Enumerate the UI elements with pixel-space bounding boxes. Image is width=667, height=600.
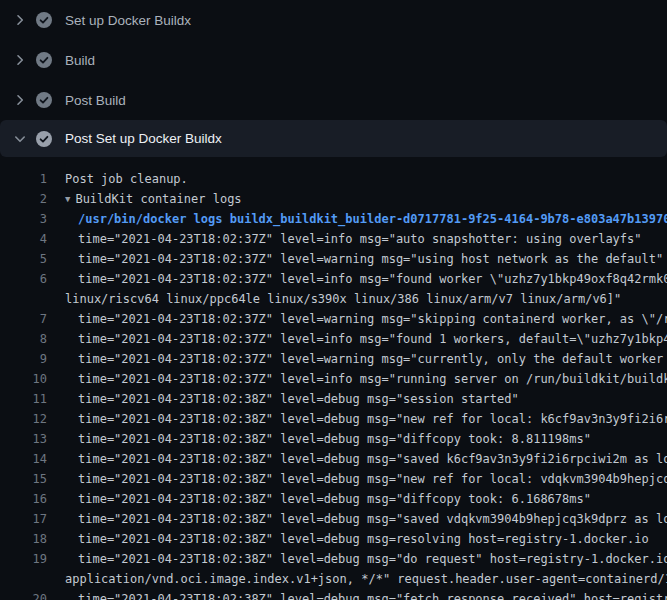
line-number[interactable]: 20 (0, 589, 47, 600)
log-text: ▼BuildKit container logs (65, 189, 242, 209)
line-number[interactable]: 13 (0, 429, 47, 449)
line-number[interactable]: 17 (0, 509, 47, 529)
line-number[interactable]: 10 (0, 369, 47, 389)
log-line: linux/riscv64 linux/ppc64le linux/s390x … (0, 289, 667, 309)
log-text: time="2021-04-23T18:02:37Z" level=info m… (78, 329, 667, 349)
log-line: 5 time="2021-04-23T18:02:37Z" level=warn… (0, 249, 667, 269)
log-text: time="2021-04-23T18:02:38Z" level=debug … (78, 529, 649, 549)
log-text: time="2021-04-23T18:02:38Z" level=debug … (78, 589, 667, 600)
line-number[interactable]: 14 (0, 449, 47, 469)
log-line: 10 time="2021-04-23T18:02:37Z" level=inf… (0, 369, 667, 389)
step-label: Post Build (65, 93, 126, 108)
step-label: Set up Docker Buildx (65, 13, 191, 28)
line-number[interactable]: 18 (0, 529, 47, 549)
line-number[interactable]: 11 (0, 389, 47, 409)
log-text: time="2021-04-23T18:02:37Z" level=info m… (78, 229, 642, 249)
log-line: 11 time="2021-04-23T18:02:38Z" level=deb… (0, 389, 667, 409)
check-circle-icon (36, 92, 52, 108)
group-title: BuildKit container logs (75, 192, 241, 206)
line-number[interactable]: 16 (0, 489, 47, 509)
line-number[interactable]: 19 (0, 549, 47, 569)
log-text: time="2021-04-23T18:02:37Z" level=warnin… (78, 249, 663, 269)
steps-list: Set up Docker Buildx Build (0, 0, 667, 157)
log-line: 7 time="2021-04-23T18:02:37Z" level=warn… (0, 309, 667, 329)
line-number[interactable]: 2 (0, 189, 47, 209)
log-line: 1 Post job cleanup. (0, 169, 667, 189)
step-set-up-docker-buildx[interactable]: Set up Docker Buildx (0, 0, 667, 40)
log-text: linux/riscv64 linux/ppc64le linux/s390x … (65, 289, 621, 309)
log-line: application/vnd.oci.image.index.v1+json,… (0, 569, 667, 589)
line-number[interactable]: 7 (0, 309, 47, 329)
log-line: 3 /usr/bin/docker logs buildx_buildkit_b… (0, 209, 667, 229)
line-number[interactable]: 3 (0, 209, 47, 229)
log-text: application/vnd.oci.image.index.v1+json,… (65, 569, 667, 589)
line-number[interactable]: 4 (0, 229, 47, 249)
log-line: 14 time="2021-04-23T18:02:38Z" level=deb… (0, 449, 667, 469)
line-number[interactable]: 9 (0, 349, 47, 369)
log-line: 16 time="2021-04-23T18:02:38Z" level=deb… (0, 489, 667, 509)
log-text: time="2021-04-23T18:02:37Z" level=info m… (78, 269, 667, 289)
log-text: time="2021-04-23T18:02:38Z" level=debug … (78, 389, 519, 409)
log-line: 2 ▼BuildKit container logs (0, 189, 667, 209)
log-line: 8 time="2021-04-23T18:02:37Z" level=info… (0, 329, 667, 349)
log-line: 20 time="2021-04-23T18:02:38Z" level=deb… (0, 589, 667, 600)
check-circle-icon (36, 12, 52, 28)
log-text: time="2021-04-23T18:02:38Z" level=debug … (78, 409, 667, 429)
log-text: Post job cleanup. (65, 169, 188, 189)
step-label: Build (65, 53, 95, 68)
workflow-log-viewer: Set up Docker Buildx Build (0, 0, 667, 600)
log-line: 9 time="2021-04-23T18:02:37Z" level=warn… (0, 349, 667, 369)
log-line: 12 time="2021-04-23T18:02:38Z" level=deb… (0, 409, 667, 429)
line-number[interactable]: 8 (0, 329, 47, 349)
log-text: time="2021-04-23T18:02:38Z" level=debug … (78, 549, 667, 569)
log-text: /usr/bin/docker logs buildx_buildkit_bui… (78, 209, 667, 229)
chevron-right-icon (12, 92, 28, 108)
log-text: time="2021-04-23T18:02:37Z" level=info m… (78, 369, 667, 389)
log-line: 18 time="2021-04-23T18:02:38Z" level=deb… (0, 529, 667, 549)
step-post-set-up-docker-buildx[interactable]: Post Set up Docker Buildx (0, 120, 667, 157)
line-number[interactable]: 12 (0, 409, 47, 429)
log-text: time="2021-04-23T18:02:37Z" level=warnin… (78, 349, 667, 369)
log-line: 6 time="2021-04-23T18:02:37Z" level=info… (0, 269, 667, 289)
line-number[interactable]: 5 (0, 249, 47, 269)
line-number[interactable]: 1 (0, 169, 47, 189)
log-view: 1 Post job cleanup. 2 ▼BuildKit containe… (0, 157, 667, 600)
log-text: time="2021-04-23T18:02:37Z" level=warnin… (78, 309, 667, 329)
step-post-build[interactable]: Post Build (0, 80, 667, 120)
line-number[interactable] (0, 289, 47, 309)
log-line: 19 time="2021-04-23T18:02:38Z" level=deb… (0, 549, 667, 569)
log-text: time="2021-04-23T18:02:38Z" level=debug … (78, 489, 591, 509)
step-build[interactable]: Build (0, 40, 667, 80)
step-label: Post Set up Docker Buildx (65, 131, 222, 146)
log-line: 13 time="2021-04-23T18:02:38Z" level=deb… (0, 429, 667, 449)
log-text: time="2021-04-23T18:02:38Z" level=debug … (78, 469, 667, 489)
log-line: 4 time="2021-04-23T18:02:37Z" level=info… (0, 229, 667, 249)
log-line: 17 time="2021-04-23T18:02:38Z" level=deb… (0, 509, 667, 529)
check-circle-icon (36, 131, 52, 147)
chevron-right-icon (12, 52, 28, 68)
log-text: time="2021-04-23T18:02:38Z" level=debug … (78, 509, 667, 529)
log-text: time="2021-04-23T18:02:38Z" level=debug … (78, 449, 667, 469)
log-line: 15 time="2021-04-23T18:02:38Z" level=deb… (0, 469, 667, 489)
check-circle-icon (36, 52, 52, 68)
chevron-right-icon (12, 12, 28, 28)
chevron-down-icon (12, 131, 28, 147)
log-text: time="2021-04-23T18:02:38Z" level=debug … (78, 429, 591, 449)
line-number[interactable]: 6 (0, 269, 47, 289)
line-number[interactable]: 15 (0, 469, 47, 489)
line-number[interactable] (0, 569, 47, 589)
group-collapse-triangle-icon[interactable]: ▼ (65, 189, 70, 209)
